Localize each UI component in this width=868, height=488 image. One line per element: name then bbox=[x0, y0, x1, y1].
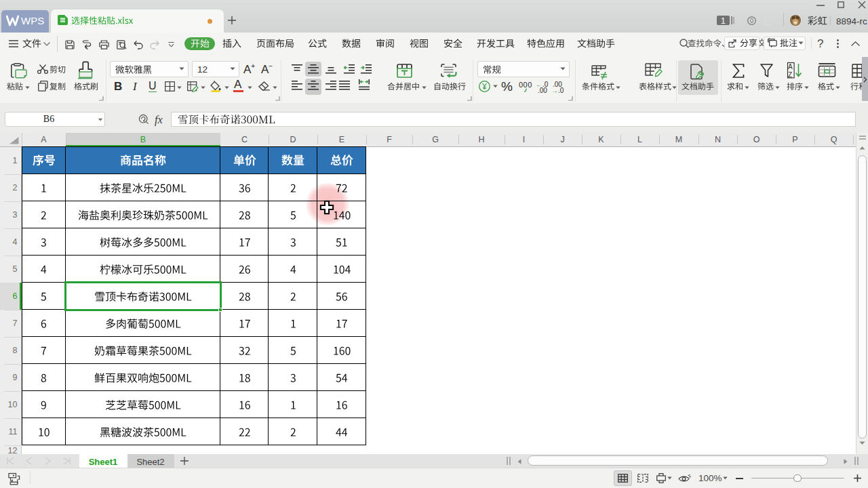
svg-text:Z: Z bbox=[788, 71, 792, 79]
svg-text:A: A bbox=[788, 63, 793, 70]
